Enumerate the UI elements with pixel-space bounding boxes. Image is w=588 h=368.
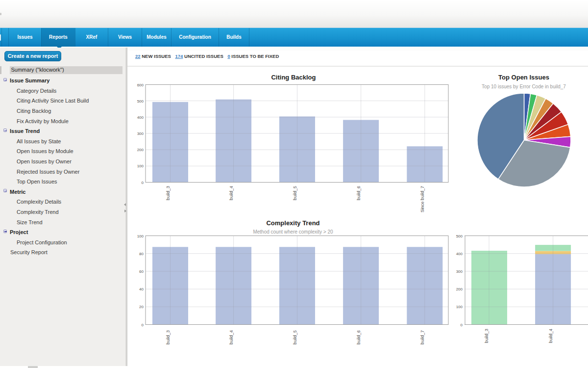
svg-text:build_3: build_3 xyxy=(166,330,171,344)
svg-text:build_6: build_6 xyxy=(356,186,361,200)
svg-text:Citing Backlog: Citing Backlog xyxy=(271,74,316,81)
svg-text:build_4: build_4 xyxy=(229,186,234,200)
svg-text:40: 40 xyxy=(139,287,144,291)
svg-text:200: 200 xyxy=(456,287,463,291)
svg-text:build_4: build_4 xyxy=(229,330,234,344)
svg-text:100: 100 xyxy=(456,305,463,309)
svg-text:500: 500 xyxy=(456,234,463,238)
svg-text:600: 600 xyxy=(137,83,144,87)
svg-text:build_5: build_5 xyxy=(293,330,297,344)
svg-text:build_3: build_3 xyxy=(484,329,489,343)
svg-text:400: 400 xyxy=(137,115,144,120)
svg-text:build_7: build_7 xyxy=(420,330,425,344)
svg-text:400: 400 xyxy=(456,252,463,256)
svg-text:200: 200 xyxy=(137,148,144,152)
svg-text:100: 100 xyxy=(137,164,144,168)
svg-text:300: 300 xyxy=(137,131,144,136)
svg-text:0: 0 xyxy=(142,181,144,185)
svg-text:300: 300 xyxy=(456,269,463,274)
svg-text:build_5: build_5 xyxy=(293,186,297,200)
svg-text:60: 60 xyxy=(139,269,144,274)
svg-text:Top 10 issues by Error Code in: Top 10 issues by Error Code in build_7 xyxy=(482,84,566,89)
svg-text:80: 80 xyxy=(139,252,144,256)
svg-text:0: 0 xyxy=(461,323,463,327)
svg-text:build_6: build_6 xyxy=(356,330,361,344)
svg-text:build_3: build_3 xyxy=(166,186,171,200)
svg-text:100: 100 xyxy=(137,234,144,238)
svg-text:20: 20 xyxy=(139,305,144,309)
svg-text:Since build_7: Since build_7 xyxy=(420,186,425,212)
svg-text:Method count where complexity: Method count where complexity > 20 xyxy=(253,229,333,235)
svg-text:Top Open Issues: Top Open Issues xyxy=(498,74,549,81)
svg-text:0: 0 xyxy=(142,323,144,327)
svg-text:build_4: build_4 xyxy=(548,329,553,343)
svg-text:500: 500 xyxy=(137,99,144,104)
svg-text:Complexity Trend: Complexity Trend xyxy=(266,219,319,227)
